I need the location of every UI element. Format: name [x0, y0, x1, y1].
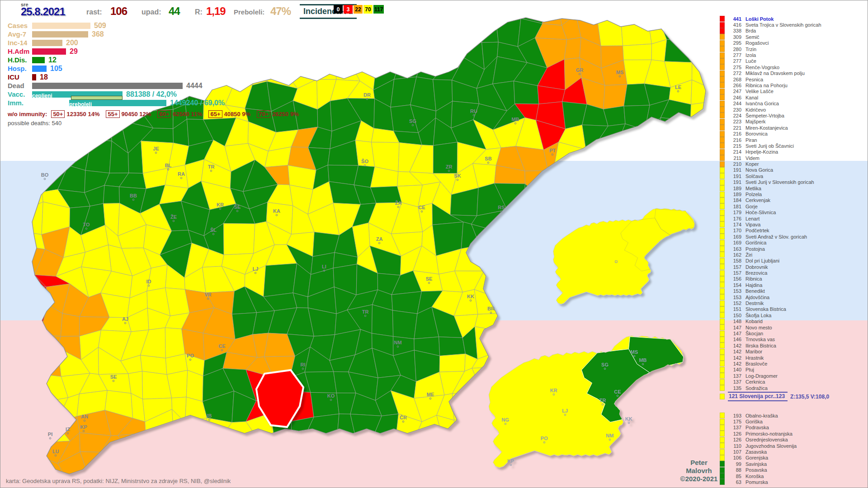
- regions-inset: SGMBMSCETRKKNMLJKRNGPOKP: [489, 336, 684, 468]
- stat-label: H.Dis.: [8, 56, 32, 64]
- municipality-row[interactable]: 157 Brezovica: [720, 270, 864, 276]
- region-row[interactable]: 99 Savinjska: [720, 461, 864, 467]
- municipality-row[interactable]: 148 Kobarid: [720, 319, 864, 324]
- municipality-row[interactable]: 147 Novo mesto: [720, 324, 864, 330]
- incidence-swatch: [720, 425, 725, 431]
- municipality-row[interactable]: 135 Sodražica: [720, 385, 864, 391]
- municipality-name: Hoče-Slivnica: [745, 210, 776, 215]
- municipality-row[interactable]: 215 Sveti Jurij ob Ščavnici: [720, 143, 864, 149]
- municipality-row[interactable]: 153 Ajdovščina: [720, 294, 864, 300]
- region-row[interactable]: 88 Posavska: [720, 467, 864, 473]
- municipality-row[interactable]: 162 Žiri: [720, 252, 864, 258]
- municipality-row[interactable]: 216 Piran: [720, 137, 864, 143]
- age-group-box: 60+: [157, 110, 171, 118]
- municipality-row[interactable]: 416 Sveta Trojica v Slovenskih goricah: [720, 22, 864, 28]
- region-row[interactable]: 193 Obalno-kraška: [720, 413, 864, 418]
- municipality-row[interactable]: 221 Miren-Kostanjevica: [720, 125, 864, 131]
- municipality-incidence: 275: [728, 65, 741, 70]
- municipality-row[interactable]: 176 Lenart: [720, 216, 864, 221]
- municipality-row[interactable]: 230 Kidričevo: [720, 107, 864, 113]
- municipality-row[interactable]: 146 Trnovska vas: [720, 337, 864, 343]
- region-row[interactable]: 126 Osrednjeslovenska: [720, 437, 864, 443]
- region-row[interactable]: 175 Goriška: [720, 418, 864, 424]
- municipality-row[interactable]: 272 Miklavž na Dravskem polju: [720, 70, 864, 76]
- municipality-row[interactable]: 268 Pesnica: [720, 76, 864, 82]
- municipality-row[interactable]: 142 Ilirska Bistrica: [720, 343, 864, 348]
- incidence-swatch: [720, 203, 725, 209]
- incidence-swatch: [720, 319, 725, 324]
- municipality-row[interactable]: 184 Cerkvenjak: [720, 197, 864, 203]
- municipality-row[interactable]: 154 Hajdina: [720, 282, 864, 288]
- municipality-row[interactable]: 275 Renče-Vogrsko: [720, 64, 864, 70]
- municipality-row[interactable]: 338 Brda: [720, 28, 864, 34]
- municipality-row[interactable]: 142 Hrastnik: [720, 355, 864, 361]
- municipality-row[interactable]: 174 Vipava: [720, 221, 864, 227]
- municipality-row[interactable]: 152 Destrnik: [720, 300, 864, 306]
- municipality-row[interactable]: 223 Majšperk: [720, 119, 864, 125]
- svg-text:PT: PT: [549, 148, 556, 153]
- incidence-swatch: [720, 131, 725, 137]
- municipality-row[interactable]: 441 Loški Potok: [720, 16, 864, 22]
- municipality-row[interactable]: 189 Metlika: [720, 185, 864, 191]
- municipality-row[interactable]: 142 Braslovče: [720, 361, 864, 366]
- municipality-row[interactable]: 210 Koper: [720, 161, 864, 167]
- municipality-incidence: 158: [728, 258, 741, 263]
- incidence-swatch: [720, 228, 725, 234]
- municipality-name: Dobrovnik: [745, 264, 768, 270]
- municipality-row[interactable]: 224 Šempeter-Vrtojba: [720, 113, 864, 118]
- municipality-row[interactable]: 147 Škocjan: [720, 330, 864, 336]
- region-row[interactable]: 110 Jugovzhodna Slovenija: [720, 443, 864, 449]
- municipality-row[interactable]: 169 Sveti Andraž v Slov. goricah: [720, 234, 864, 239]
- municipality-row[interactable]: 191 Sveti Jurij v Slovenskih goricah: [720, 179, 864, 185]
- municipality-row[interactable]: 179 Hoče-Slivnica: [720, 210, 864, 216]
- municipality-row[interactable]: 163 Postojna: [720, 246, 864, 252]
- incidence-swatch: [720, 264, 725, 270]
- region-row[interactable]: 137 Podravska: [720, 425, 864, 431]
- municipality-row[interactable]: 169 Gorišnica: [720, 239, 864, 245]
- region-row[interactable]: 107 Zasavska: [720, 449, 864, 455]
- municipality-row[interactable]: 156 Ribnica: [720, 276, 864, 282]
- stat-value: 509: [94, 22, 106, 30]
- municipality-row[interactable]: 246 Kanal: [720, 94, 864, 100]
- region-incidence: 175: [728, 419, 741, 424]
- municipality-row[interactable]: 191 Solčava: [720, 173, 864, 179]
- municipality-row[interactable]: 277 Luče: [720, 58, 864, 64]
- incidence-swatch: [720, 149, 725, 155]
- municipality-row[interactable]: 181 Gorje: [720, 203, 864, 209]
- municipality-row[interactable]: 142 Maribor: [720, 348, 864, 354]
- municipality-row[interactable]: 158 Dol pri Ljubljani: [720, 258, 864, 264]
- municipality-row[interactable]: 244 Ivančna Gorica: [720, 100, 864, 106]
- region-row[interactable]: 63 Pomurska: [720, 479, 864, 485]
- incidence-swatch: [720, 331, 725, 337]
- region-row[interactable]: 85 Koroška: [720, 473, 864, 479]
- svg-text:ŽE: ŽE: [170, 214, 177, 220]
- municipality-name: Piran: [745, 137, 757, 143]
- municipality-ranking-list: 441 Loški Potok 416 Sveta Trojica v Slov…: [720, 16, 864, 391]
- municipality-row[interactable]: 137 Cerknica: [720, 379, 864, 385]
- municipality-name: Ptuj: [745, 367, 754, 372]
- municipality-incidence: 223: [728, 119, 741, 124]
- municipality-row[interactable]: 153 Benedikt: [720, 288, 864, 294]
- municipality-row[interactable]: 214 Hrpelje-Kozina: [720, 149, 864, 155]
- municipality-incidence: 163: [728, 246, 741, 252]
- municipality-row[interactable]: 295 Rogašovci: [720, 40, 864, 46]
- municipality-incidence: 266: [728, 83, 741, 88]
- municipality-row[interactable]: 309 Semič: [720, 34, 864, 40]
- municipality-row[interactable]: 137 Log-Dragomer: [720, 373, 864, 379]
- municipality-row[interactable]: 150 Škofja Loka: [720, 312, 864, 318]
- municipality-row[interactable]: 189 Polzela: [720, 191, 864, 197]
- municipality-row[interactable]: 151 Slovenska Bistrica: [720, 306, 864, 312]
- municipality-row[interactable]: 280 Trzin: [720, 46, 864, 52]
- municipality-row[interactable]: 157 Dobrovnik: [720, 264, 864, 270]
- region-row[interactable]: 106 Gorenjska: [720, 455, 864, 461]
- municipality-name: Cerknica: [745, 379, 765, 385]
- region-row[interactable]: 126 Primorsko-notranjska: [720, 431, 864, 436]
- municipality-row[interactable]: 191 Nova Gorica: [720, 167, 864, 173]
- municipality-row[interactable]: 277 Izola: [720, 52, 864, 58]
- municipality-row[interactable]: 216 Borovnica: [720, 131, 864, 136]
- municipality-row[interactable]: 266 Ribnica na Pohorju: [720, 82, 864, 88]
- municipality-row[interactable]: 140 Ptuj: [720, 367, 864, 373]
- municipality-row[interactable]: 247 Velike Lašče: [720, 89, 864, 94]
- municipality-row[interactable]: 211 Videm: [720, 155, 864, 161]
- municipality-row[interactable]: 170 Podčetrtek: [720, 228, 864, 234]
